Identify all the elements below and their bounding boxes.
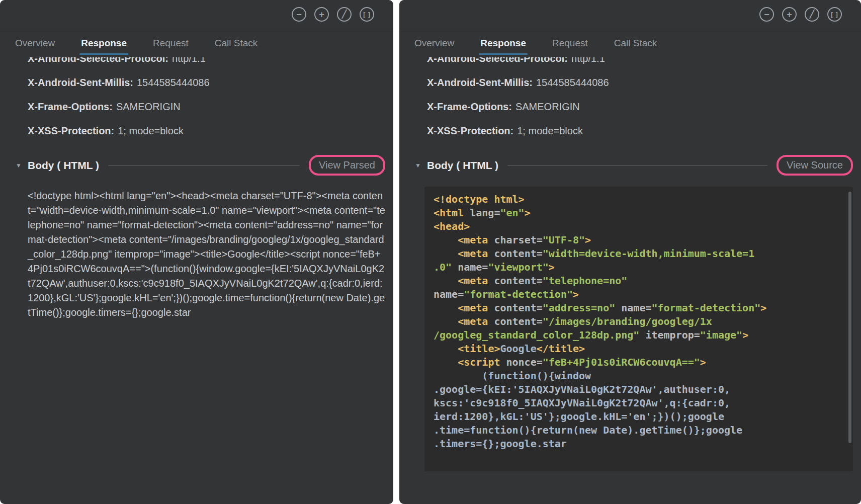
tab-overview[interactable]: Overview (414, 29, 454, 57)
response-headers-list: X-Android-Selected-Protocol:http/1.1 X-A… (28, 57, 385, 143)
header-row: X-XSS-Protection:1; mode=block (427, 119, 853, 143)
header-colon: : (510, 125, 514, 136)
code-line: name="format-detection"> (434, 288, 844, 301)
zoom-to-selection-glyph: [ ] (831, 12, 838, 18)
tab-overview[interactable]: Overview (15, 29, 55, 57)
header-row: X-Android-Sent-Millis:1544585444086 (28, 70, 385, 95)
connection-details-panel-parsed: − + ╱ [ ] Overview Response Request Call… (0, 0, 393, 504)
code-line: (function(){window (434, 369, 844, 383)
header-name: X-XSS-Protection (427, 125, 510, 136)
expand-triangle-icon[interactable]: ▼ (16, 162, 28, 169)
header-colon: : (109, 101, 113, 112)
code-line: kscs:'c9c918f0_5IAQXJyVNaiL0gK2t72QAw',q… (434, 396, 844, 410)
code-line: <title>Google</title> (434, 342, 844, 356)
response-tab-content: X-Android-Selected-Protocol:http/1.1 X-A… (399, 57, 861, 504)
zoom-toolbar: − + ╱ [ ] (0, 0, 393, 29)
response-body-source-code: <!doctype html><html lang="en"><head> <m… (424, 187, 853, 471)
details-tab-bar: Overview Response Request Call Stack (0, 29, 393, 57)
zoom-in-icon[interactable]: + (782, 7, 797, 22)
code-line: <head> (434, 220, 844, 233)
zoom-to-selection-glyph: [ ] (363, 12, 370, 18)
zoom-in-icon[interactable]: + (314, 7, 329, 22)
reset-zoom-glyph: ╱ (810, 10, 814, 18)
section-divider (507, 165, 767, 166)
header-colon: : (111, 125, 115, 136)
response-body-parsed-text: <!doctype html><html lang="en"><head><me… (28, 189, 385, 320)
code-line: .0" name="viewport"> (434, 261, 844, 274)
connection-details-panel-source: − + ╱ [ ] Overview Response Request Call… (399, 0, 861, 504)
header-colon: : (508, 101, 512, 112)
zoom-to-selection-icon[interactable]: [ ] (827, 7, 842, 22)
tab-call-stack[interactable]: Call Stack (614, 29, 657, 57)
header-row: X-Android-Selected-Protocol:http/1.1 (28, 57, 385, 70)
body-section-row: ▼ Body ( HTML ) View Parsed (28, 155, 385, 176)
code-line: <html lang="en"> (434, 206, 844, 220)
code-line: <meta content="address=no" name="format-… (434, 301, 844, 315)
reset-zoom-icon[interactable]: ╱ (805, 7, 819, 22)
tab-response[interactable]: Response (480, 29, 526, 57)
code-line: <meta content="width=device-width,minimu… (434, 247, 844, 261)
zoom-out-glyph: − (296, 10, 302, 19)
zoom-toolbar: − + ╱ [ ] (399, 0, 861, 29)
response-tab-content: X-Android-Selected-Protocol:http/1.1 X-A… (0, 57, 393, 504)
zoom-out-icon[interactable]: − (292, 7, 306, 22)
header-colon: : (165, 57, 168, 64)
header-row: X-XSS-Protection:1; mode=block (28, 119, 385, 143)
header-name: X-Android-Selected-Protocol (427, 57, 564, 64)
body-section-title: Body ( HTML ) (28, 159, 99, 172)
code-line: <!doctype html> (434, 193, 844, 206)
header-name: X-Frame-Options (28, 101, 109, 112)
header-value: 1544585444086 (137, 77, 210, 88)
header-value: 1; mode=block (517, 125, 583, 136)
reset-zoom-icon[interactable]: ╱ (337, 7, 352, 22)
header-value: SAMEORIGIN (515, 101, 580, 112)
header-value: http/1.1 (172, 57, 206, 64)
reset-zoom-glyph: ╱ (342, 10, 347, 18)
code-line: .timers={};google.star (434, 437, 844, 451)
header-name: X-XSS-Protection (28, 125, 111, 136)
header-colon: : (529, 77, 533, 88)
header-row: X-Android-Selected-Protocol:http/1.1 (427, 57, 853, 70)
response-headers-list: X-Android-Selected-Protocol:http/1.1 X-A… (427, 57, 853, 143)
code-scrollbar-thumb[interactable] (848, 192, 851, 443)
code-line: <meta content="telephone=no" (434, 274, 844, 288)
tab-request[interactable]: Request (153, 29, 189, 57)
zoom-to-selection-icon[interactable]: [ ] (360, 7, 374, 22)
network-inspector-comparison: − + ╱ [ ] Overview Response Request Call… (0, 0, 861, 504)
header-value: 1; mode=block (118, 125, 184, 136)
header-colon: : (564, 57, 568, 64)
zoom-in-glyph: + (787, 10, 792, 19)
code-line: <meta content="/images/branding/googleg/… (434, 315, 844, 328)
header-value: SAMEORIGIN (116, 101, 181, 112)
code-line: .time=function(){return(new Date).getTim… (434, 424, 844, 437)
tab-call-stack[interactable]: Call Stack (215, 29, 258, 57)
tab-request[interactable]: Request (552, 29, 588, 57)
section-divider (108, 165, 300, 166)
code-line: <script nonce="feB+4Pj01s0iRCW6couvqA=="… (434, 356, 844, 369)
header-row: X-Frame-Options:SAMEORIGIN (427, 95, 853, 119)
details-tab-bar: Overview Response Request Call Stack (399, 29, 861, 57)
zoom-out-glyph: − (764, 10, 769, 19)
body-section-title: Body ( HTML ) (427, 159, 498, 172)
zoom-out-icon[interactable]: − (759, 7, 774, 22)
header-row: X-Android-Sent-Millis:1544585444086 (427, 70, 853, 95)
body-section-row: ▼ Body ( HTML ) View Source (427, 155, 853, 176)
code-line: <meta charset="UTF-8"> (434, 233, 844, 247)
tab-response[interactable]: Response (81, 29, 127, 57)
header-row: X-Frame-Options:SAMEORIGIN (28, 95, 385, 119)
code-line: ierd:1200},kGL:'US'};google.kHL='en';})(… (434, 410, 844, 424)
header-name: X-Frame-Options (427, 101, 508, 112)
header-value: http/1.1 (571, 57, 605, 64)
code-line: /googleg_standard_color_128dp.png" itemp… (434, 328, 844, 342)
zoom-in-glyph: + (319, 10, 324, 19)
header-colon: : (130, 77, 133, 88)
expand-triangle-icon[interactable]: ▼ (415, 162, 427, 169)
view-parsed-button[interactable]: View Parsed (309, 155, 385, 176)
header-name: X-Android-Sent-Millis (427, 77, 529, 88)
header-name: X-Android-Sent-Millis (28, 77, 130, 88)
view-source-button[interactable]: View Source (777, 155, 853, 176)
header-value: 1544585444086 (536, 77, 609, 88)
code-line: .google={kEI:'5IAQXJyVNaiL0gK2t72QAw',au… (434, 383, 844, 396)
header-name: X-Android-Selected-Protocol (28, 57, 165, 64)
